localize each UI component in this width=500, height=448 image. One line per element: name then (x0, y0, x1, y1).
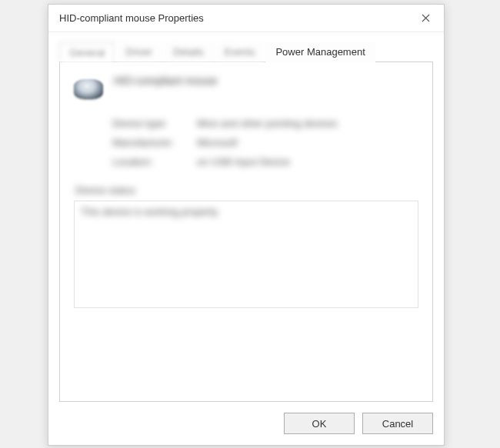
tab-details[interactable]: Details (163, 41, 214, 62)
title-bar: HID-compliant mouse Properties (48, 5, 444, 32)
dialog-button-row: OK Cancel (48, 402, 444, 445)
cancel-button[interactable]: Cancel (362, 413, 433, 434)
tab-label: Power Management (275, 46, 365, 58)
device-property-grid: Device type: Mice and other pointing dev… (112, 118, 418, 168)
mouse-icon (74, 79, 103, 99)
manufacturer-value: Microsoft (197, 137, 418, 148)
close-icon (422, 14, 430, 22)
tab-general[interactable]: General (59, 42, 115, 63)
tab-power-management[interactable]: Power Management (265, 41, 375, 62)
device-status-text: This device is working properly. (81, 206, 412, 217)
tab-label: Events (225, 46, 255, 58)
tab-panel-general: HID-compliant mouse Device type: Mice an… (59, 61, 433, 402)
tab-label: General (69, 47, 105, 58)
content-area: General Driver Details Events Power Mana… (48, 32, 444, 402)
tab-events[interactable]: Events (215, 41, 265, 62)
close-button[interactable] (413, 8, 438, 29)
location-value: on USB Input Device (197, 156, 418, 168)
device-header: HID-compliant mouse (74, 73, 418, 99)
device-type-value: Mice and other pointing devices (197, 118, 418, 129)
ok-button[interactable]: OK (284, 413, 355, 434)
dialog-title: HID-compliant mouse Properties (59, 12, 204, 24)
device-type-label: Device type: (112, 118, 197, 129)
location-label: Location: (112, 156, 197, 168)
tab-driver[interactable]: Driver (115, 41, 162, 62)
device-status-group: Device status This device is working pro… (74, 184, 418, 308)
device-name: HID-compliant mouse (114, 73, 218, 87)
tab-label: Details (173, 46, 204, 58)
properties-dialog: HID-compliant mouse Properties General D… (48, 4, 445, 446)
device-status-textbox[interactable]: This device is working properly. (74, 201, 418, 308)
device-status-label: Device status (74, 184, 418, 196)
tab-label: Driver (125, 46, 152, 58)
tab-strip: General Driver Details Events Power Mana… (59, 41, 433, 62)
manufacturer-label: Manufacturer: (112, 137, 197, 148)
